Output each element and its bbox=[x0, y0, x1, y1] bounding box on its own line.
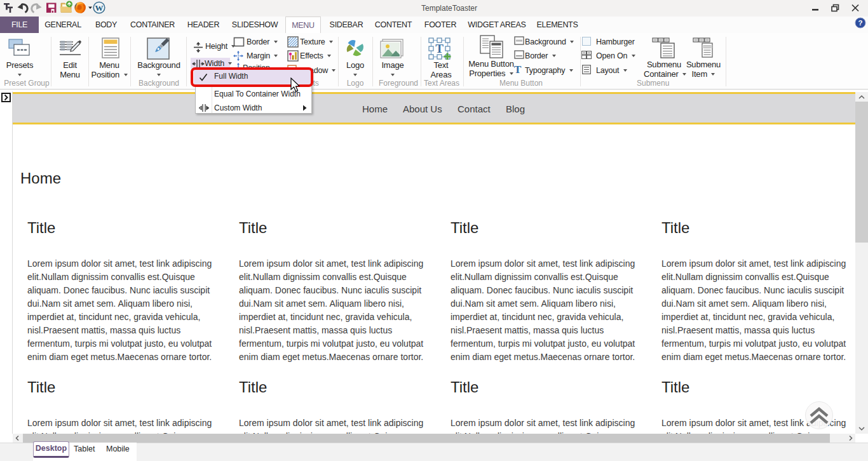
svg-text:W: W bbox=[95, 3, 104, 13]
svg-text:T: T bbox=[435, 42, 444, 55]
svg-text:?: ? bbox=[858, 19, 862, 27]
